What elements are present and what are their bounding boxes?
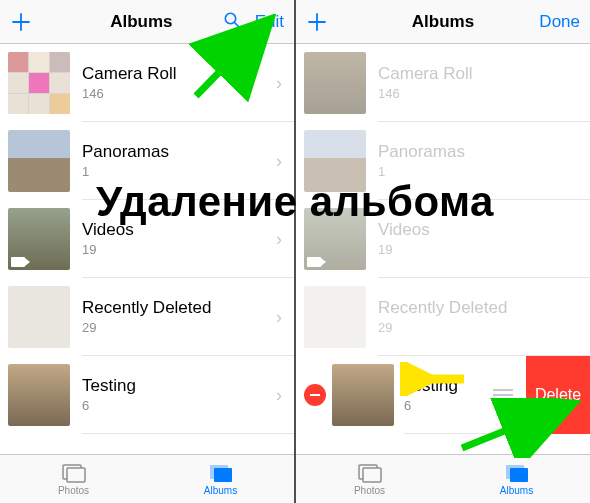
album-thumbnail: [304, 286, 366, 348]
album-row: Videos 19: [296, 200, 590, 278]
album-name: Panoramas: [378, 142, 590, 162]
svg-rect-2: [67, 468, 85, 482]
album-row: Panoramas 1: [296, 122, 590, 200]
phone-right: Albums Done Camera Roll 146 Panoramas 1: [296, 0, 590, 503]
chevron-right-icon: ›: [276, 384, 282, 405]
album-count: 19: [378, 242, 590, 257]
album-count: 29: [378, 320, 590, 335]
tab-photos[interactable]: Photos: [0, 455, 147, 503]
chevron-right-icon: ›: [276, 228, 282, 249]
add-icon[interactable]: [306, 11, 328, 33]
album-row[interactable]: Testing 6 ›: [0, 356, 294, 434]
album-name: Testing: [82, 376, 294, 396]
album-list: Camera Roll 146 › Panoramas 1 › Videos 1…: [0, 44, 294, 454]
navbar: Albums Edit: [0, 0, 294, 44]
album-row[interactable]: Camera Roll 146 ›: [0, 44, 294, 122]
tabbar: Photos Albums: [0, 454, 294, 503]
album-row[interactable]: Videos 19 ›: [0, 200, 294, 278]
album-count: 29: [82, 320, 294, 335]
add-icon[interactable]: [10, 11, 32, 33]
album-thumbnail: [304, 208, 366, 270]
album-row-swiped[interactable]: Testing 6 Delete: [296, 356, 590, 434]
svg-rect-8: [510, 468, 528, 482]
album-thumbnail: [8, 364, 70, 426]
album-name: Videos: [82, 220, 294, 240]
tab-label: Albums: [500, 485, 533, 496]
reorder-handle-icon[interactable]: [490, 389, 516, 401]
album-count: 1: [82, 164, 294, 179]
album-thumbnail: [8, 130, 70, 192]
album-list-edit: Camera Roll 146 Panoramas 1 Videos 19: [296, 44, 590, 454]
svg-rect-6: [363, 468, 381, 482]
album-thumbnail: [304, 52, 366, 114]
tab-label: Photos: [354, 485, 385, 496]
chevron-right-icon: ›: [276, 72, 282, 93]
album-thumbnail: [304, 130, 366, 192]
delete-mark-icon[interactable]: [304, 384, 326, 406]
album-count: 6: [82, 398, 294, 413]
album-row[interactable]: Recently Deleted 29 ›: [0, 278, 294, 356]
album-count: 6: [404, 398, 490, 413]
tabbar: Photos Albums: [296, 454, 590, 503]
album-name: Testing: [404, 376, 490, 396]
navbar: Albums Done: [296, 0, 590, 44]
album-name: Recently Deleted: [378, 298, 590, 318]
album-row: Recently Deleted 29: [296, 278, 590, 356]
nav-title: Albums: [110, 12, 172, 32]
album-thumbnail: [8, 286, 70, 348]
svg-rect-4: [214, 468, 232, 482]
tab-albums[interactable]: Albums: [147, 455, 294, 503]
tab-label: Photos: [58, 485, 89, 496]
video-icon: [307, 257, 321, 267]
album-row: Camera Roll 146: [296, 44, 590, 122]
album-name: Camera Roll: [378, 64, 590, 84]
tab-label: Albums: [204, 485, 237, 496]
album-count: 146: [378, 86, 590, 101]
album-name: Recently Deleted: [82, 298, 294, 318]
album-thumbnail: [332, 364, 394, 426]
edit-button[interactable]: Edit: [255, 12, 284, 32]
album-thumbnail: [8, 52, 70, 114]
tab-albums[interactable]: Albums: [443, 455, 590, 503]
video-icon: [11, 257, 25, 267]
chevron-right-icon: ›: [276, 150, 282, 171]
album-name: Videos: [378, 220, 590, 240]
nav-title: Albums: [412, 12, 474, 32]
done-button[interactable]: Done: [539, 12, 580, 32]
album-thumbnail: [8, 208, 70, 270]
phone-left: Albums Edit Camera Roll 146 › Pan: [0, 0, 294, 503]
album-name: Panoramas: [82, 142, 294, 162]
tab-photos[interactable]: Photos: [296, 455, 443, 503]
album-count: 146: [82, 86, 294, 101]
chevron-right-icon: ›: [276, 306, 282, 327]
search-icon[interactable]: [223, 11, 241, 33]
delete-button[interactable]: Delete: [526, 356, 590, 434]
album-count: 1: [378, 164, 590, 179]
album-name: Camera Roll: [82, 64, 294, 84]
album-row[interactable]: Panoramas 1 ›: [0, 122, 294, 200]
album-count: 19: [82, 242, 294, 257]
